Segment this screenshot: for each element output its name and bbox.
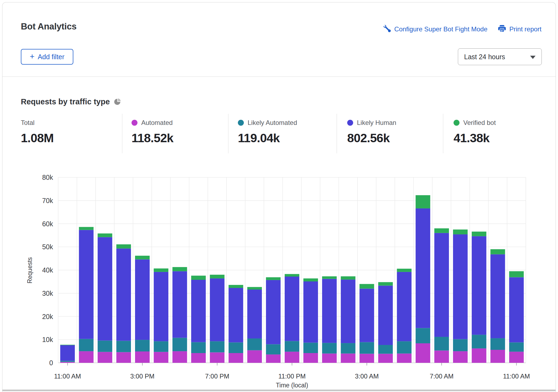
bar-segment-automated[interactable] (359, 354, 374, 363)
bar-segment-automated[interactable] (322, 354, 337, 363)
configure-super-bot-fight-mode-link[interactable]: Configure Super Bot Fight Mode (383, 25, 487, 34)
bar-segment-likely-human[interactable] (509, 277, 524, 343)
bar-segment-automated[interactable] (210, 352, 225, 363)
bar-segment-verified-bot[interactable] (229, 285, 243, 288)
bar-segment-likely-automated[interactable] (472, 335, 486, 348)
bar-segment-verified-bot[interactable] (303, 278, 318, 281)
bar-segment-likely-human[interactable] (397, 272, 412, 341)
bar-segment-verified-bot[interactable] (60, 345, 75, 345)
bar-segment-likely-automated[interactable] (98, 341, 112, 352)
bar-segment-likely-automated[interactable] (116, 341, 131, 352)
bar-segment-verified-bot[interactable] (472, 232, 486, 236)
bar-segment-automated[interactable] (453, 351, 468, 363)
bar-segment-verified-bot[interactable] (378, 282, 393, 286)
bar-segment-likely-automated[interactable] (416, 328, 430, 343)
bar-segment-likely-human[interactable] (285, 277, 299, 341)
bar-segment-likely-automated[interactable] (303, 343, 318, 353)
bar-segment-verified-bot[interactable] (135, 256, 150, 260)
bar-segment-likely-human[interactable] (434, 233, 449, 337)
bar-segment-likely-human[interactable] (378, 285, 393, 345)
bar-segment-automated[interactable] (509, 352, 524, 363)
bar-segment-likely-human[interactable] (154, 272, 168, 341)
bar-segment-automated[interactable] (60, 362, 75, 363)
bar-segment-likely-automated[interactable] (229, 343, 243, 353)
bar-segment-automated[interactable] (79, 351, 94, 363)
bar-segment-likely-automated[interactable] (266, 344, 281, 354)
bar-segment-likely-automated[interactable] (490, 338, 505, 350)
bar-segment-verified-bot[interactable] (397, 269, 412, 272)
bar-segment-automated[interactable] (154, 352, 168, 363)
bar-segment-likely-human[interactable] (453, 234, 468, 339)
print-report-link[interactable]: Print report (498, 25, 541, 34)
bar-segment-likely-human[interactable] (172, 271, 187, 338)
bar-segment-likely-human[interactable] (79, 230, 94, 339)
bar-segment-likely-human[interactable] (191, 280, 206, 342)
bar-segment-verified-bot[interactable] (172, 267, 187, 271)
bar-segment-automated[interactable] (434, 351, 449, 363)
bar-segment-likely-human[interactable] (247, 290, 262, 338)
bar-segment-verified-bot[interactable] (359, 284, 374, 288)
bar-segment-likely-automated[interactable] (191, 342, 206, 353)
bar-segment-verified-bot[interactable] (322, 276, 337, 279)
bar-segment-likely-human[interactable] (490, 254, 505, 338)
bar-segment-automated[interactable] (341, 354, 355, 363)
bar-segment-automated[interactable] (229, 353, 243, 363)
bar-segment-likely-automated[interactable] (434, 337, 449, 351)
bar-segment-likely-human[interactable] (60, 345, 75, 361)
bar-segment-likely-automated[interactable] (509, 343, 524, 352)
bar-segment-likely-automated[interactable] (79, 339, 94, 351)
bar-segment-automated[interactable] (172, 351, 187, 363)
bar-segment-verified-bot[interactable] (341, 276, 355, 280)
bar-segment-automated[interactable] (191, 353, 206, 363)
bar-segment-verified-bot[interactable] (210, 275, 225, 278)
bar-segment-automated[interactable] (247, 350, 262, 363)
bar-segment-automated[interactable] (378, 354, 393, 363)
bar-segment-likely-human[interactable] (98, 237, 112, 340)
bar-segment-likely-human[interactable] (416, 208, 430, 328)
bar-segment-likely-human[interactable] (229, 288, 243, 343)
bar-segment-verified-bot[interactable] (191, 276, 206, 280)
bar-segment-likely-human[interactable] (210, 278, 225, 341)
bar-segment-verified-bot[interactable] (79, 227, 94, 230)
bar-segment-automated[interactable] (285, 352, 299, 363)
bar-segment-automated[interactable] (397, 354, 412, 363)
bar-segment-likely-automated[interactable] (247, 338, 262, 350)
bar-segment-likely-human[interactable] (359, 289, 374, 342)
bar-segment-likely-automated[interactable] (154, 341, 168, 352)
add-filter-button[interactable]: + Add filter (21, 49, 73, 65)
bar-segment-likely-automated[interactable] (322, 343, 337, 353)
bar-segment-automated[interactable] (490, 350, 505, 363)
bar-segment-likely-human[interactable] (322, 279, 337, 343)
bar-segment-verified-bot[interactable] (490, 249, 505, 254)
bar-segment-verified-bot[interactable] (434, 228, 449, 233)
bar-segment-likely-human[interactable] (135, 260, 150, 340)
bar-segment-verified-bot[interactable] (247, 287, 262, 290)
bar-segment-verified-bot[interactable] (416, 195, 430, 208)
bar-segment-likely-human[interactable] (303, 281, 318, 343)
bar-segment-verified-bot[interactable] (285, 274, 299, 277)
bar-segment-verified-bot[interactable] (453, 230, 468, 234)
bar-segment-automated[interactable] (416, 343, 430, 363)
bar-segment-likely-automated[interactable] (397, 341, 412, 353)
bar-segment-likely-automated[interactable] (378, 345, 393, 354)
bar-segment-automated[interactable] (266, 354, 281, 363)
bar-segment-likely-automated[interactable] (135, 340, 150, 351)
bar-segment-automated[interactable] (472, 348, 486, 363)
bar-segment-likely-human[interactable] (266, 280, 281, 344)
bar-segment-verified-bot[interactable] (154, 268, 168, 272)
bar-segment-automated[interactable] (116, 352, 131, 363)
bar-segment-automated[interactable] (135, 351, 150, 363)
bar-segment-likely-automated[interactable] (172, 338, 187, 351)
bar-segment-likely-human[interactable] (116, 248, 131, 341)
bar-segment-likely-automated[interactable] (285, 341, 299, 351)
bar-segment-verified-bot[interactable] (98, 234, 112, 237)
bar-segment-verified-bot[interactable] (509, 271, 524, 277)
bar-segment-likely-automated[interactable] (359, 342, 374, 354)
bar-segment-verified-bot[interactable] (266, 277, 281, 280)
bar-segment-automated[interactable] (98, 352, 112, 363)
bar-segment-likely-automated[interactable] (341, 343, 355, 354)
bar-segment-likely-automated[interactable] (60, 361, 75, 362)
time-range-select[interactable]: Last 24 hours (458, 48, 542, 65)
bar-segment-likely-human[interactable] (472, 236, 486, 335)
bar-segment-likely-automated[interactable] (210, 341, 225, 352)
